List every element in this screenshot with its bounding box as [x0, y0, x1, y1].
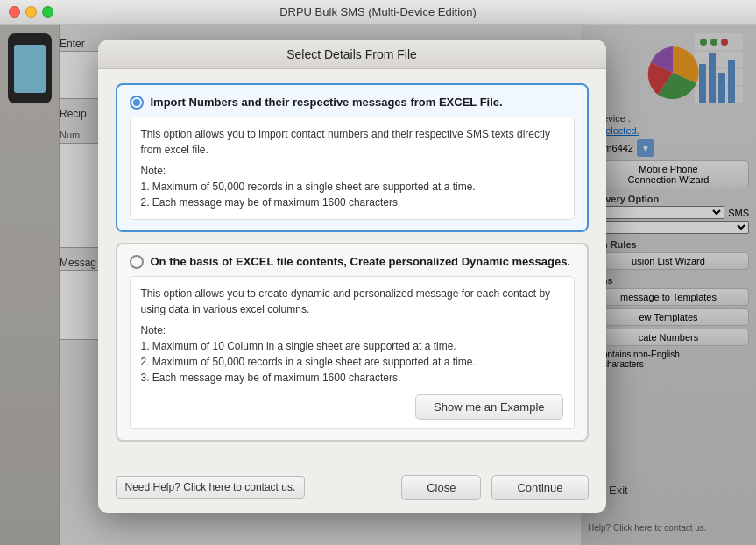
- option1-note-header: Note:: [141, 163, 563, 179]
- option2-header: On the basis of EXCEL file contents, Cre…: [130, 255, 575, 269]
- option2-intro: This option allows you to create dynamic…: [141, 287, 551, 315]
- option1-box[interactable]: Import Numbers and their respective mess…: [116, 83, 589, 232]
- maximize-window-button[interactable]: [42, 6, 53, 18]
- app-title: DRPU Bulk SMS (Multi-Device Edition): [279, 5, 477, 18]
- close-button[interactable]: Close: [401, 475, 481, 500]
- option1-header: Import Numbers and their respective mess…: [130, 96, 575, 110]
- minimize-window-button[interactable]: [25, 6, 37, 18]
- option1-description: This option allows you to import contact…: [130, 117, 575, 220]
- option2-note2: 2. Maximum of 50,000 records in a single…: [141, 354, 563, 370]
- continue-button[interactable]: Continue: [491, 475, 588, 500]
- show-example-button[interactable]: Show me an Example: [415, 394, 562, 420]
- option1-note2: 2. Each message may be of maximum 1600 c…: [141, 195, 563, 210]
- option2-note: Note: 1. Maximum of 10 Column in a singl…: [141, 322, 563, 386]
- option1-title: Import Numbers and their respective mess…: [151, 96, 503, 109]
- window-controls[interactable]: [9, 6, 53, 18]
- show-example-row: Show me an Example: [141, 394, 563, 420]
- option2-radio[interactable]: [130, 255, 144, 269]
- title-bar: DRPU Bulk SMS (Multi-Device Edition): [0, 0, 756, 25]
- option2-box[interactable]: On the basis of EXCEL file contents, Cre…: [116, 243, 589, 442]
- dialog-overlay: Select Details From File Import Numbers …: [0, 25, 756, 545]
- dialog-footer: Need Help? Click here to contact us. Clo…: [98, 466, 606, 513]
- close-window-button[interactable]: [9, 6, 20, 18]
- option1-note1: 1. Maximum of 50,000 records in a single…: [141, 179, 563, 195]
- app-background: Enter Recip Num Messag: [0, 25, 756, 545]
- dialog: Select Details From File Import Numbers …: [98, 40, 606, 513]
- option1-intro: This option allows you to import contact…: [141, 128, 551, 156]
- option1-radio[interactable]: [130, 96, 144, 110]
- option2-title: On the basis of EXCEL file contents, Cre…: [151, 255, 570, 268]
- dialog-body: Import Numbers and their respective mess…: [98, 69, 606, 466]
- help-link-button[interactable]: Need Help? Click here to contact us.: [116, 476, 306, 499]
- option2-note-header: Note:: [141, 322, 563, 338]
- option1-note: Note: 1. Maximum of 50,000 records in a …: [141, 163, 563, 210]
- footer-buttons: Close Continue: [401, 475, 588, 500]
- option2-description: This option allows you to create dynamic…: [130, 276, 575, 429]
- dialog-titlebar: Select Details From File: [98, 40, 606, 69]
- dialog-title: Select Details From File: [286, 47, 417, 61]
- option2-note1: 1. Maximum of 10 Column in a single shee…: [141, 338, 563, 354]
- option2-note3: 3. Each message may be of maximum 1600 c…: [141, 370, 563, 386]
